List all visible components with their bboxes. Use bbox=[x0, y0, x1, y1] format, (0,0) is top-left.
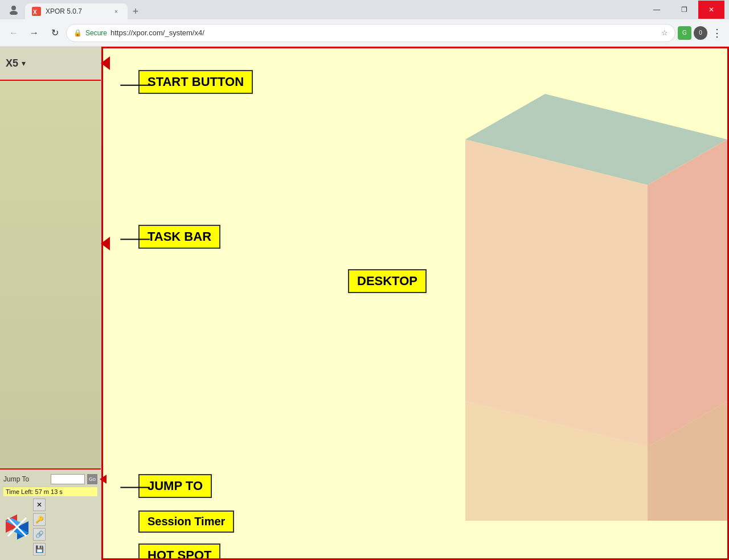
title-bar: X XPOR 5.0.7 × + — ❐ ✕ bbox=[0, 0, 729, 19]
svg-marker-13 bbox=[648, 139, 727, 447]
jump-to-input[interactable] bbox=[51, 474, 85, 484]
tab-area: X XPOR 5.0.7 × + bbox=[25, 0, 641, 19]
sidebar-icons: ✕ 🔑 🔗 💾 bbox=[33, 499, 46, 555]
url-text: https://xpor.com/_system/x4/ bbox=[110, 28, 658, 37]
key-icon-btn[interactable]: 🔑 bbox=[33, 513, 46, 526]
extension-dark[interactable]: 0 bbox=[694, 26, 707, 40]
save-icon-btn[interactable]: 💾 bbox=[33, 543, 46, 555]
timer-label: Time Left: 57 m 13 s bbox=[6, 488, 63, 495]
arrow-task-bar bbox=[101, 237, 110, 250]
new-tab-button[interactable]: + bbox=[128, 3, 144, 19]
tab-title: XPOR 5.0.7 bbox=[46, 7, 82, 15]
arrow-jump-to bbox=[100, 475, 107, 484]
svg-marker-14 bbox=[465, 139, 648, 447]
secure-label: Secure bbox=[85, 29, 107, 37]
arrow-start-button bbox=[101, 56, 110, 70]
desktop-label[interactable]: DESKTOP bbox=[348, 269, 427, 293]
secure-icon: 🔒 bbox=[73, 29, 82, 37]
jump-to-label: Jump To bbox=[3, 475, 48, 483]
jump-to-label-main[interactable]: JUMP TO bbox=[138, 474, 212, 498]
jump-to-row: Jump To Go bbox=[3, 472, 97, 487]
active-tab[interactable]: X XPOR 5.0.7 × bbox=[25, 3, 128, 19]
main-area: START BUTTON TASK BAR DESKTOP JUMP TO bbox=[101, 47, 729, 560]
chrome-menu-button[interactable]: ⋮ bbox=[710, 27, 724, 39]
svg-point-0 bbox=[11, 6, 16, 10]
hotspot-area: ✕ 🔑 🔗 💾 bbox=[3, 496, 97, 558]
isometric-shape bbox=[431, 94, 727, 521]
bookmark-icon[interactable]: ☆ bbox=[661, 28, 668, 37]
window-controls: — ❐ ✕ bbox=[644, 1, 724, 19]
timer-row: Time Left: 57 m 13 s bbox=[3, 487, 97, 496]
maximize-button[interactable]: ❐ bbox=[671, 1, 697, 19]
extension-green[interactable]: G bbox=[678, 26, 691, 40]
address-bar[interactable]: 🔒 Secure https://xpor.com/_system/x4/ ☆ bbox=[66, 24, 675, 42]
close-button[interactable]: ✕ bbox=[698, 1, 724, 19]
toolbar: ← → ↻ 🔒 Secure https://xpor.com/_system/… bbox=[0, 19, 729, 47]
user-icon-btn[interactable] bbox=[5, 1, 23, 19]
xpor-logo[interactable] bbox=[3, 513, 31, 541]
minimize-button[interactable]: — bbox=[644, 1, 670, 19]
x5-label: X5 bbox=[6, 57, 18, 69]
sidebar: X5 ▾ Jump To Go Time Left: 57 m 13 s bbox=[0, 47, 101, 560]
close-icon-btn[interactable]: ✕ bbox=[33, 499, 46, 511]
task-bar-label[interactable]: TASK BAR bbox=[138, 225, 220, 249]
tab-close-btn[interactable]: × bbox=[112, 7, 121, 16]
svg-point-1 bbox=[10, 11, 18, 15]
forward-button[interactable]: → bbox=[25, 24, 43, 42]
content-area: X5 ▾ Jump To Go Time Left: 57 m 13 s bbox=[0, 47, 729, 560]
extension-icons: G 0 bbox=[678, 26, 707, 40]
start-button-label[interactable]: START BUTTON bbox=[138, 70, 253, 94]
hot-spot-label[interactable]: HOT SPOT bbox=[138, 543, 220, 560]
link-icon-btn[interactable]: 🔗 bbox=[33, 528, 46, 541]
session-timer-label[interactable]: Session Timer bbox=[138, 510, 234, 533]
sidebar-top: X5 ▾ bbox=[0, 47, 101, 81]
svg-text:X: X bbox=[33, 9, 37, 15]
x5-dropdown[interactable]: ▾ bbox=[22, 59, 26, 68]
jump-go-button[interactable]: Go bbox=[87, 474, 97, 484]
reload-button[interactable]: ↻ bbox=[46, 24, 64, 42]
browser-window: X XPOR 5.0.7 × + — ❐ ✕ ← → ↻ 🔒 Secure ht… bbox=[0, 0, 729, 560]
sidebar-main bbox=[0, 81, 101, 470]
back-button[interactable]: ← bbox=[5, 24, 23, 42]
tab-favicon: X bbox=[32, 7, 41, 16]
sidebar-bottom: Jump To Go Time Left: 57 m 13 s bbox=[0, 470, 101, 560]
